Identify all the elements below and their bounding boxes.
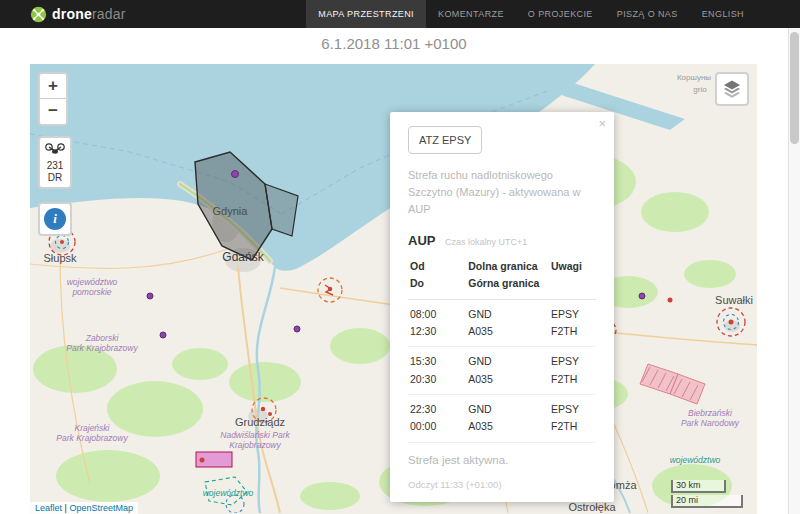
reading-timestamp: Odczyt 11:33 (+01:00) xyxy=(408,479,596,490)
leaflet-link[interactable]: Leaflet xyxy=(35,503,62,513)
current-datetime: 6.1.2018 11:01 +0100 xyxy=(321,35,466,52)
layers-icon xyxy=(722,79,742,99)
aup-header: AUP Czas lokalny UTC+1 xyxy=(408,231,596,249)
map-label-wojewodztwo-sw: województwo xyxy=(203,488,254,498)
header-do: Do xyxy=(410,275,464,292)
nav-item-pisza-o-nas[interactable]: PISZĄ O NAS xyxy=(605,0,690,28)
zoom-control: + − xyxy=(38,72,68,126)
remark-1: EPSY xyxy=(551,401,594,418)
aup-timezone: Czas lokalny UTC+1 xyxy=(445,237,527,247)
aup-table-row: 22:3000:00 GNDA035 EPSYF2TH xyxy=(408,395,596,443)
map-label-wojewodztwo-se: województwo xyxy=(670,455,721,465)
time-from: 22:30 xyxy=(410,401,464,418)
aup-activation-table: OdDo Dolna granicaGórna granica Uwagi 08… xyxy=(408,252,596,443)
drone-count: 231 xyxy=(40,160,70,172)
time-to: 00:00 xyxy=(410,418,464,435)
upper-limit: A035 xyxy=(468,371,547,388)
map-label-gdansk: Gdańsk xyxy=(222,250,264,264)
brand-name: droneradar xyxy=(52,6,126,22)
aup-title: AUP xyxy=(408,233,435,248)
droneradar-page: droneradar MAPA PRZESTRZENI KOMENTARZE O… xyxy=(0,0,800,514)
page-scrollbar[interactable] xyxy=(788,28,800,514)
map-label-zaborski-1: Zaborski xyxy=(85,333,120,343)
header-uwagi: Uwagi xyxy=(551,258,594,275)
map-label-grudziadz: Grudziądz xyxy=(235,416,285,428)
zone-status-text: Strefa jest aktywna. xyxy=(408,454,596,466)
map-label-wojewodztwo-pomorskie-1: województwo xyxy=(67,277,118,287)
map-label-slupsk: Słupsk xyxy=(43,252,77,264)
airspace-map[interactable]: Słupsk Gdynia Gdańsk Suwałki Grudziądz Ł… xyxy=(30,64,757,514)
upper-limit: A035 xyxy=(468,323,547,340)
atz-epsy-button[interactable]: ATZ EPSY xyxy=(408,126,482,154)
nav-item-mapa-przestrzeni[interactable]: MAPA PRZESTRZENI xyxy=(306,0,426,28)
remark-1: EPSY xyxy=(551,353,594,370)
brand-logo[interactable]: droneradar xyxy=(30,0,126,28)
map-label-grio: grio xyxy=(693,85,707,94)
map-label-wojewodztwo-pomorskie-2: pomorskie xyxy=(71,287,111,297)
map-label-zaborski-2: Park Krajobrazowy xyxy=(66,343,138,353)
brand-name-bold: drone xyxy=(52,6,92,22)
nav-item-english[interactable]: ENGLISH xyxy=(690,0,756,28)
time-from: 15:30 xyxy=(410,353,464,370)
map-label-biebrzanski-1: Biebrzański xyxy=(688,408,733,418)
brand-name-light: radar xyxy=(92,6,126,22)
map-label-biebrzanski-2: Park Narodowy xyxy=(681,418,740,428)
remark-2: F2TH xyxy=(551,323,594,340)
zone-description: Strefa ruchu nadlotniskowego Szczytno (M… xyxy=(408,167,596,218)
lower-limit: GND xyxy=(468,306,547,323)
lower-limit: GND xyxy=(468,353,547,370)
nav-item-komentarze[interactable]: KOMENTARZE xyxy=(426,0,516,28)
scale-mi: 20 mi xyxy=(671,495,743,508)
droneradar-logo-icon xyxy=(30,6,47,23)
time-from: 08:00 xyxy=(410,306,464,323)
zoom-in-button[interactable]: + xyxy=(40,74,66,99)
map-label-korshuny: Коршуны xyxy=(677,73,711,82)
time-to: 12:30 xyxy=(410,323,464,340)
close-icon[interactable]: × xyxy=(598,116,606,131)
remark-2: F2TH xyxy=(551,418,594,435)
map-label-ostroleka: Ostrołęka xyxy=(568,501,616,513)
aup-table-row: 08:0012:30 GNDA035 EPSYF2TH xyxy=(408,299,596,347)
map-scale: 30 km 20 mi xyxy=(671,480,743,508)
header-od: Od xyxy=(410,258,464,275)
scrollbar-thumb[interactable] xyxy=(790,32,799,144)
openstreetmap-link[interactable]: OpenStreetMap xyxy=(69,503,133,513)
datetime-bar: 6.1.2018 11:01 +0100 xyxy=(0,28,788,64)
lower-limit: GND xyxy=(468,401,547,418)
scale-km: 30 km xyxy=(671,480,726,493)
map-label-nadwislanski-1: Nadwiślański Park xyxy=(220,430,290,440)
attribution-separator: | xyxy=(65,503,67,513)
map-label-gdynia: Gdynia xyxy=(213,205,249,217)
zone-info-popup: × ATZ EPSY Strefa ruchu nadlotniskowego … xyxy=(390,112,614,502)
map-attribution: Leaflet | OpenStreetMap xyxy=(30,502,138,514)
map-label-nadwislanski-2: Krajobrazowy xyxy=(229,440,281,450)
aup-table-header-row: OdDo Dolna granicaGórna granica Uwagi xyxy=(408,252,596,299)
top-navbar: droneradar MAPA PRZESTRZENI KOMENTARZE O… xyxy=(0,0,800,28)
drone-code: DR xyxy=(40,172,70,184)
nav-menu: MAPA PRZESTRZENI KOMENTARZE O PROJEKCIE … xyxy=(306,0,756,28)
time-to: 20:30 xyxy=(410,371,464,388)
info-control[interactable]: i xyxy=(38,202,72,236)
map-label-krajenski-1: Krajeński xyxy=(75,423,111,433)
remark-2: F2TH xyxy=(551,371,594,388)
zoom-out-button[interactable]: − xyxy=(40,99,66,124)
header-dolna-granica: Dolna granica xyxy=(468,258,547,275)
drone-icon xyxy=(44,142,66,156)
drone-count-control[interactable]: 231 DR xyxy=(38,136,72,189)
nav-item-o-projekcie[interactable]: O PROJEKCIE xyxy=(516,0,605,28)
info-icon: i xyxy=(44,208,66,230)
map-label-suwalki: Suwałki xyxy=(715,294,753,306)
layers-control[interactable] xyxy=(715,72,749,106)
aup-table-row: 15:3020:30 GNDA035 EPSYF2TH xyxy=(408,347,596,395)
header-gorna-granica: Górna granica xyxy=(468,275,547,292)
upper-limit: A035 xyxy=(468,418,547,435)
map-label-krajenski-2: Park Krajobrazowy xyxy=(56,433,128,443)
remark-1: EPSY xyxy=(551,306,594,323)
